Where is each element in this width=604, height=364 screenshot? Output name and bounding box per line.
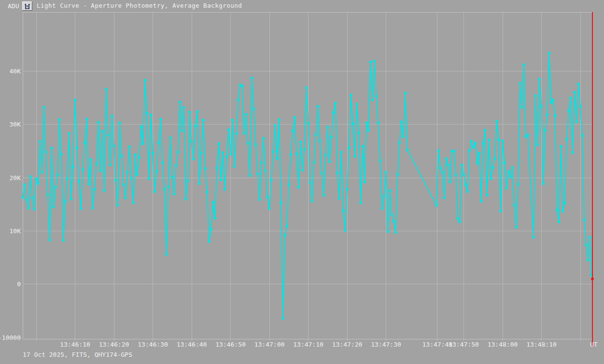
data-point-marker (441, 171, 444, 174)
data-point-marker (321, 172, 323, 175)
data-point-marker (181, 129, 183, 132)
data-point-marker (31, 197, 34, 199)
y-tick-label: 30K (10, 121, 21, 128)
data-point-marker (498, 139, 500, 141)
data-point-marker (352, 123, 354, 125)
data-point-marker (23, 183, 26, 186)
data-point-marker (123, 183, 125, 186)
data-point-marker (439, 167, 442, 169)
data-point-marker (115, 179, 117, 182)
data-point-marker (476, 162, 478, 165)
data-point-marker (367, 129, 370, 131)
data-point-marker (179, 101, 181, 103)
data-point-marker (511, 167, 514, 169)
data-point-marker (214, 217, 216, 219)
data-point-marker (435, 204, 438, 207)
x-tick-label: 13:47:50 (449, 341, 479, 348)
data-point-marker (495, 120, 498, 123)
data-point-marker (587, 259, 590, 262)
data-point-marker (187, 180, 189, 182)
data-point-marker (251, 77, 253, 79)
data-point-marker (323, 194, 325, 196)
data-point-marker (334, 102, 337, 104)
data-point-marker (332, 112, 335, 114)
data-point-marker (311, 200, 313, 202)
data-point-marker (461, 164, 463, 166)
data-point-marker (161, 162, 164, 164)
data-point-marker (78, 180, 80, 182)
data-point-marker (62, 239, 65, 242)
data-point-marker (173, 193, 175, 196)
x-tick-label: 13:48:10 (526, 341, 557, 348)
data-point-marker (195, 125, 197, 127)
data-point-marker (358, 132, 360, 134)
x-tick-label: 13:46:40 (177, 341, 207, 348)
data-point-marker (474, 142, 477, 144)
data-point-marker (85, 118, 88, 120)
data-point-marker (200, 152, 203, 154)
data-point-marker (105, 88, 107, 90)
app-icon-button[interactable] (22, 1, 32, 11)
data-point-marker (148, 178, 150, 180)
data-point-marker (51, 147, 53, 149)
data-point-marker (393, 220, 395, 223)
data-point-marker (527, 134, 529, 136)
data-point-marker (396, 173, 399, 176)
recording-info: 17 Oct 2025, FITS, QHY174-GPS (23, 351, 132, 358)
data-point-marker (157, 141, 160, 144)
data-point-marker (540, 105, 543, 108)
data-point-marker (80, 208, 82, 210)
data-point-marker (567, 110, 570, 112)
data-point-marker (562, 210, 564, 212)
data-point-marker (144, 79, 146, 82)
data-point-marker (299, 141, 302, 143)
data-point-marker (509, 176, 512, 178)
data-point-marker (84, 142, 86, 144)
data-point-marker (459, 221, 461, 223)
data-point-marker (111, 115, 113, 117)
light-curve-chart[interactable]: 13:46:1013:46:2013:46:3013:46:4013:46:50… (0, 0, 604, 364)
data-point-marker (360, 201, 362, 204)
data-point-marker (455, 174, 457, 176)
data-point-marker (400, 121, 403, 123)
data-point-marker (260, 162, 263, 164)
data-point-marker (280, 201, 282, 204)
data-point-marker (224, 188, 226, 191)
data-point-marker (154, 190, 156, 193)
data-point-marker (493, 157, 496, 160)
data-point-marker (297, 186, 300, 188)
data-point-marker (220, 179, 222, 181)
data-point-marker (576, 121, 578, 123)
data-point-marker (272, 151, 275, 153)
data-point-marker (99, 169, 101, 172)
x-tick-label: 13:46:50 (215, 341, 246, 348)
data-point-marker (488, 139, 490, 141)
data-point-marker (484, 129, 486, 131)
data-point-marker (216, 167, 218, 169)
data-point-marker (56, 174, 59, 176)
data-point-marker (241, 85, 243, 87)
data-point-marker (577, 83, 580, 85)
data-point-marker (53, 206, 55, 208)
data-point-marker (324, 154, 327, 156)
data-point-marker (538, 78, 541, 80)
data-point-marker (492, 167, 494, 169)
x-tick-label: 13:47:00 (254, 341, 285, 348)
data-point-marker (103, 189, 105, 192)
data-point-marker (134, 154, 137, 156)
data-point-marker (243, 132, 245, 135)
data-point-marker (348, 147, 351, 149)
data-point-marker (163, 188, 166, 191)
data-point-marker (288, 183, 290, 186)
data-point-marker (558, 221, 560, 223)
data-point-marker (107, 134, 109, 136)
data-point-marker (550, 101, 552, 104)
data-point-marker (533, 236, 535, 238)
data-point-marker (583, 219, 586, 221)
data-point-marker (536, 143, 539, 146)
data-point-marker (546, 113, 548, 116)
data-point-marker (262, 137, 265, 140)
y-tick-label: 10K (10, 227, 21, 235)
data-point-marker (101, 130, 103, 133)
data-point-marker (470, 140, 473, 142)
